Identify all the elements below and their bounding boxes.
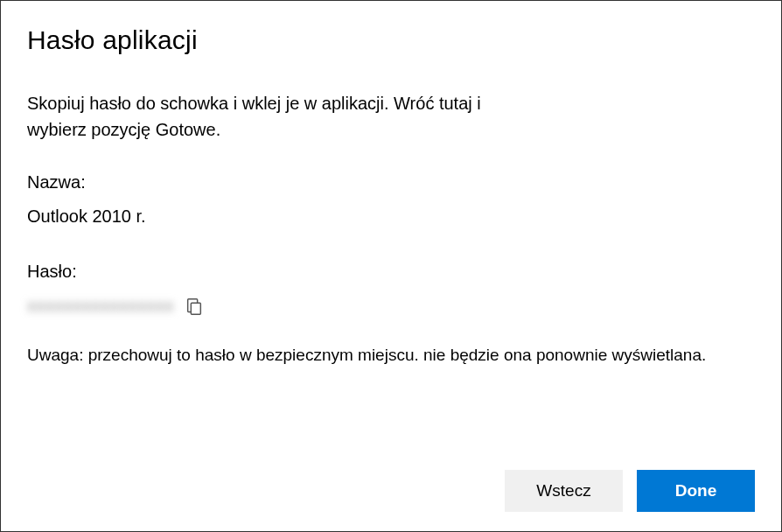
password-row: xxxxxxxxxxxxxxxx xyxy=(27,296,755,316)
copy-icon[interactable] xyxy=(185,297,204,316)
back-button[interactable]: Wstecz xyxy=(505,470,623,512)
instructions-text: Skopiuj hasło do schowka i wklej je w ap… xyxy=(27,90,499,143)
password-value: xxxxxxxxxxxxxxxx xyxy=(27,296,174,316)
svg-rect-0 xyxy=(191,303,200,314)
name-value: Outlook 2010 r. xyxy=(27,206,755,227)
button-row: Wstecz Done xyxy=(27,470,755,512)
password-label: Hasło: xyxy=(27,262,755,282)
note-text: Uwaga: przechowuj to hasło w bezpiecznym… xyxy=(27,346,755,365)
done-button[interactable]: Done xyxy=(637,470,755,512)
dialog-title: Hasło aplikacji xyxy=(27,25,755,55)
name-label: Nazwa: xyxy=(27,172,755,192)
